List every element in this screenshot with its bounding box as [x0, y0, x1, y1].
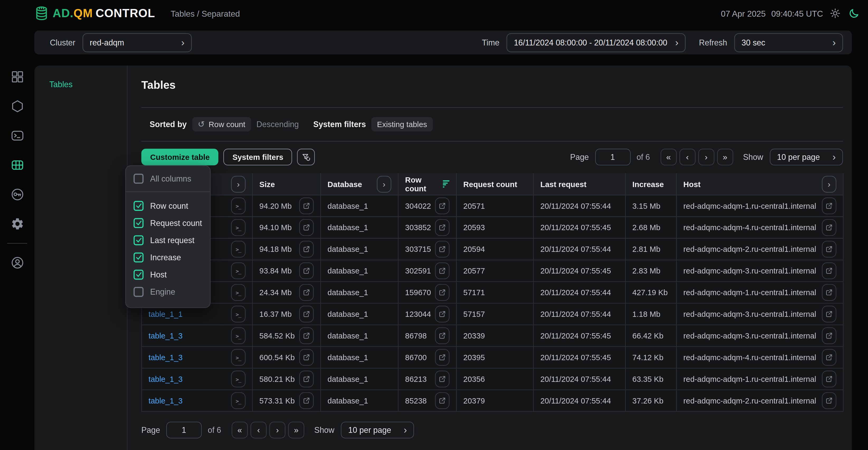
next-page-button[interactable]: ›	[698, 149, 714, 165]
cluster-select[interactable]: red-adqm›	[83, 33, 192, 52]
open-host-button[interactable]	[822, 392, 836, 409]
sidebar-item-nodes[interactable]	[0, 91, 34, 121]
sort-direction[interactable]: Descending	[256, 120, 299, 129]
expand-column-button[interactable]: ›	[231, 176, 246, 192]
open-size-chart-button[interactable]	[299, 306, 314, 322]
open-host-button[interactable]	[822, 198, 836, 214]
sidebar-item-tables[interactable]	[0, 150, 34, 180]
prev-page-button[interactable]: ‹	[679, 149, 695, 165]
open-size-chart-button[interactable]	[299, 198, 314, 214]
open-host-button[interactable]	[822, 349, 836, 366]
last-page-button[interactable]: »	[717, 149, 733, 165]
menu-item-request-count[interactable]: Request count	[133, 214, 202, 231]
open-size-chart-button[interactable]	[299, 392, 314, 409]
open-row-count-chart-button[interactable]	[435, 262, 450, 279]
terminal-button[interactable]: >_	[231, 198, 246, 214]
system-filters-button[interactable]: System filters	[223, 149, 292, 165]
sidebar-item-queries[interactable]	[0, 121, 34, 150]
sidebar-item-keys[interactable]	[0, 180, 34, 209]
open-row-count-chart-button[interactable]	[435, 392, 450, 409]
checkbox-checked[interactable]	[133, 235, 144, 245]
header-database[interactable]: Database ›	[321, 173, 399, 195]
open-row-count-chart-button[interactable]	[435, 306, 450, 322]
open-host-button[interactable]	[822, 241, 836, 257]
terminal-button[interactable]: >_	[231, 241, 246, 257]
terminal-button[interactable]: >_	[231, 219, 246, 236]
open-size-chart-button[interactable]	[299, 219, 314, 236]
time-range-select[interactable]: 16/11/2024 08:00:00 - 20/11/2024 08:00:0…	[507, 33, 686, 52]
refresh-select[interactable]: 30 sec›	[734, 33, 843, 52]
open-row-count-chart-button[interactable]	[435, 219, 450, 236]
open-host-button[interactable]	[822, 262, 836, 279]
header-size[interactable]: Size	[253, 173, 321, 195]
header-row-count[interactable]: Row count	[399, 173, 457, 195]
header-request-count[interactable]: Request count	[457, 173, 534, 195]
terminal-button[interactable]: >_	[231, 371, 246, 387]
per-page-select[interactable]: 10 per page›	[341, 422, 414, 439]
open-size-chart-button[interactable]	[299, 349, 314, 366]
terminal-button[interactable]: >_	[231, 306, 246, 322]
checkbox-unchecked[interactable]	[133, 174, 144, 184]
sidebar-item-dashboard[interactable]	[0, 62, 34, 91]
open-row-count-chart-button[interactable]	[435, 371, 450, 387]
checkbox-checked[interactable]	[133, 252, 144, 262]
open-row-count-chart-button[interactable]	[435, 328, 450, 344]
light-theme-button[interactable]	[829, 7, 842, 20]
table-name-link[interactable]: table_1_3	[149, 353, 183, 362]
page-number-input[interactable]	[595, 149, 630, 165]
expand-column-button[interactable]: ›	[822, 176, 836, 192]
menu-item-last-request[interactable]: Last request	[133, 231, 202, 249]
table-name-link[interactable]: table_1_3	[149, 331, 183, 340]
menu-item-row-count[interactable]: Row count	[133, 197, 202, 214]
header-last-request[interactable]: Last request	[534, 173, 626, 195]
per-page-select[interactable]: 10 per page›	[770, 149, 843, 165]
open-size-chart-button[interactable]	[299, 284, 314, 301]
customize-table-button[interactable]: Customize table	[142, 149, 219, 165]
dark-theme-button[interactable]	[847, 7, 861, 20]
first-page-button[interactable]: «	[232, 422, 248, 439]
open-host-button[interactable]	[822, 219, 836, 236]
sort-field-chip[interactable]: ↺ Row count	[192, 117, 251, 132]
menu-item-all-columns[interactable]: All columns	[126, 166, 210, 192]
checkbox-checked[interactable]	[133, 218, 144, 228]
sidebar-item-account[interactable]	[0, 248, 34, 277]
open-row-count-chart-button[interactable]	[435, 241, 450, 257]
open-host-button[interactable]	[822, 306, 836, 322]
checkbox-checked[interactable]	[133, 270, 144, 280]
table-name-link[interactable]: table_1_1	[149, 310, 183, 319]
header-increase[interactable]: Increase	[626, 173, 677, 195]
terminal-button[interactable]: >_	[231, 349, 246, 366]
menu-item-increase[interactable]: Increase	[133, 249, 202, 266]
page-number-input[interactable]	[166, 422, 202, 439]
terminal-button[interactable]: >_	[231, 284, 246, 301]
terminal-button[interactable]: >_	[231, 392, 246, 409]
terminal-button[interactable]: >_	[231, 262, 246, 279]
open-row-count-chart-button[interactable]	[435, 198, 450, 214]
terminal-button[interactable]: >_	[231, 328, 246, 344]
reset-filters-button[interactable]	[297, 149, 315, 165]
menu-item-engine[interactable]: Engine	[133, 283, 202, 300]
sidebar-item-settings[interactable]	[0, 209, 34, 238]
open-host-button[interactable]	[822, 371, 836, 387]
nav-item-tables[interactable]: Tables	[49, 80, 127, 89]
open-row-count-chart-button[interactable]	[435, 284, 450, 301]
app-logo[interactable]: AD.QMCONTROL	[34, 5, 155, 21]
open-size-chart-button[interactable]	[299, 241, 314, 257]
system-filter-chip[interactable]: Existing tables	[372, 117, 433, 132]
first-page-button[interactable]: «	[660, 149, 677, 165]
open-host-button[interactable]	[822, 284, 836, 301]
open-size-chart-button[interactable]	[299, 328, 314, 344]
open-size-chart-button[interactable]	[299, 262, 314, 279]
open-size-chart-button[interactable]	[299, 371, 314, 387]
checkbox-checked[interactable]	[133, 201, 144, 210]
open-row-count-chart-button[interactable]	[435, 349, 450, 366]
checkbox-unchecked[interactable]	[133, 287, 144, 297]
header-host[interactable]: Host ›	[677, 173, 843, 195]
next-page-button[interactable]: ›	[270, 422, 285, 439]
open-host-button[interactable]	[822, 328, 836, 344]
table-name-link[interactable]: table_1_3	[149, 396, 183, 405]
menu-item-host[interactable]: Host	[133, 266, 202, 283]
prev-page-button[interactable]: ‹	[250, 422, 267, 439]
last-page-button[interactable]: »	[288, 422, 304, 439]
expand-column-button[interactable]: ›	[377, 176, 392, 192]
